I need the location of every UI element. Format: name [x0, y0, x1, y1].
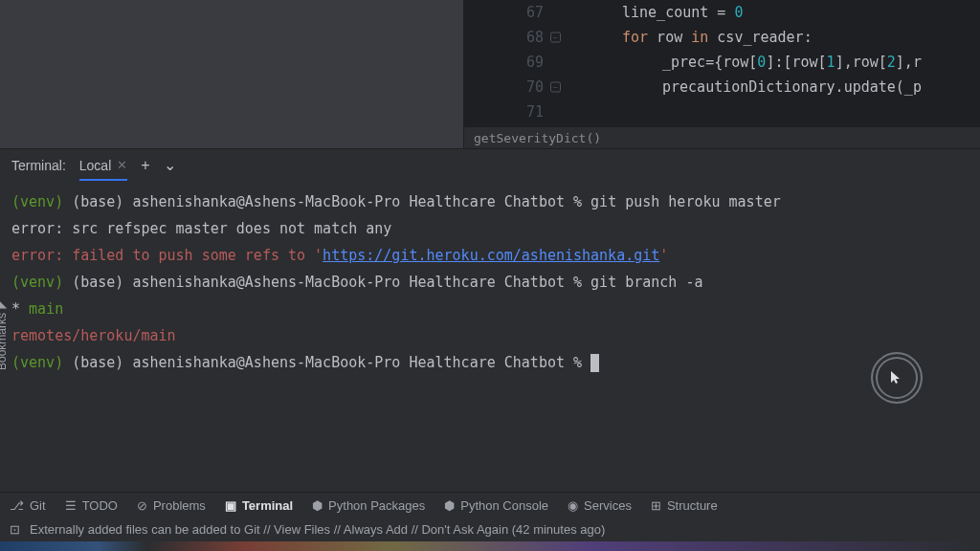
- terminal-line: remotes/heroku/main: [11, 322, 969, 349]
- dock-hint: [0, 541, 980, 551]
- code-lines[interactable]: 67line_count = 068−for row in csv_reader…: [464, 0, 980, 126]
- problems-icon: ⊘: [137, 498, 147, 513]
- toolwindow-tab-python-console[interactable]: ⬢Python Console: [444, 498, 548, 513]
- cursor-indicator: [871, 352, 923, 404]
- terminal-text: (base) ashenishanka@Ashens-MacBook-Pro H…: [72, 274, 702, 291]
- terminal-line: (venv) (base) ashenishanka@Ashens-MacBoo…: [11, 349, 969, 376]
- terminal-text: remotes/heroku/main: [11, 327, 176, 344]
- git-icon: ⎇: [10, 498, 24, 513]
- terminal-text: error: src refspec master does not match…: [11, 220, 391, 237]
- terminal-text: (venv): [11, 193, 72, 210]
- tab-label: Terminal: [242, 498, 293, 513]
- terminal-icon: ▣: [225, 498, 236, 513]
- todo-icon: ☰: [65, 498, 77, 513]
- status-icon[interactable]: ⊡: [10, 522, 20, 537]
- chevron-down-icon[interactable]: ⌄: [164, 156, 176, 174]
- bookmarks-label: Bookmarks: [0, 313, 9, 370]
- tab-label: Structure: [667, 498, 718, 513]
- code-line[interactable]: 67line_count = 0: [464, 0, 980, 25]
- terminal-text: error: failed to push some refs to ': [11, 247, 323, 264]
- terminal-body[interactable]: (venv) (base) ashenishanka@Ashens-MacBoo…: [0, 181, 980, 477]
- python-packages-icon: ⬢: [312, 498, 323, 513]
- terminal-text: (venv): [11, 354, 72, 371]
- terminal-line: * main: [11, 296, 969, 322]
- code-line[interactable]: 71: [464, 99, 980, 124]
- terminal-header: Terminal: Local ✕ + ⌄: [0, 149, 980, 181]
- structure-icon: ⊞: [651, 498, 661, 513]
- terminal-tab-label: Local: [79, 158, 111, 173]
- code-content[interactable]: precautionDictionary.update(_p: [565, 78, 922, 96]
- tab-label: Python Console: [460, 498, 548, 513]
- status-message[interactable]: Externally added files can be added to G…: [30, 522, 605, 537]
- toolwindow-tab-problems[interactable]: ⊘Problems: [137, 498, 206, 513]
- terminal-tab-local[interactable]: Local ✕: [79, 158, 127, 181]
- python-console-icon: ⬢: [444, 498, 455, 513]
- services-icon: ◉: [568, 498, 578, 513]
- fold-icon[interactable]: −: [550, 82, 561, 93]
- terminal-text: main: [29, 300, 63, 318]
- terminal-text: (base) ashenishanka@Ashens-MacBook-Pro H…: [72, 193, 781, 210]
- toolwindow-tab-services[interactable]: ◉Services: [568, 498, 632, 513]
- bookmark-icon: ◣: [0, 296, 7, 309]
- gutter-line-number[interactable]: 67: [464, 4, 565, 21]
- gutter-line-number[interactable]: 71: [464, 103, 565, 121]
- fold-icon[interactable]: −: [550, 33, 561, 43]
- editor-left-panel: [0, 0, 464, 148]
- toolwindow-tab-git[interactable]: ⎇Git: [10, 498, 46, 513]
- toolwindow-tab-terminal[interactable]: ▣Terminal: [225, 498, 293, 513]
- terminal-text: https://git.heroku.com/ashenishanka.git: [323, 247, 659, 264]
- gutter-line-number[interactable]: 69: [464, 54, 565, 71]
- terminal-text: (venv): [11, 274, 72, 291]
- bottom-tool-tabs: ⎇Git☰TODO⊘Problems▣Terminal⬢Python Packa…: [0, 492, 980, 518]
- terminal-cursor: [590, 354, 599, 372]
- editor-right-panel: 67line_count = 068−for row in csv_reader…: [464, 0, 980, 148]
- close-icon[interactable]: ✕: [117, 158, 127, 172]
- tab-label: TODO: [82, 498, 118, 513]
- cursor-arrow-icon: [889, 370, 904, 386]
- toolwindow-tab-python-packages[interactable]: ⬢Python Packages: [312, 498, 425, 513]
- terminal-title: Terminal:: [11, 158, 66, 173]
- editor-area: 67line_count = 068−for row in csv_reader…: [0, 0, 980, 148]
- code-content[interactable]: _prec={row[0]:[row[1],row[2],r: [565, 54, 922, 71]
- tab-label: Services: [584, 498, 632, 513]
- tab-label: Git: [30, 498, 46, 513]
- tab-label: Python Packages: [328, 498, 425, 513]
- terminal-text: *: [11, 300, 29, 318]
- status-bar: ⊡ Externally added files can be added to…: [0, 518, 980, 541]
- toolwindow-tab-todo[interactable]: ☰TODO: [65, 498, 118, 513]
- code-line[interactable]: 68−for row in csv_reader:: [464, 25, 980, 50]
- gutter-line-number[interactable]: 68−: [464, 29, 565, 46]
- tab-label: Problems: [153, 498, 206, 513]
- code-content[interactable]: for row in csv_reader:: [565, 29, 813, 46]
- code-line[interactable]: 69_prec={row[0]:[row[1],row[2],r: [464, 50, 980, 75]
- bookmarks-tool[interactable]: Bookmarks ◣: [0, 298, 9, 370]
- terminal-line: (venv) (base) ashenishanka@Ashens-MacBoo…: [11, 188, 969, 215]
- terminal-line: error: failed to push some refs to 'http…: [11, 242, 969, 269]
- terminal-line: (venv) (base) ashenishanka@Ashens-MacBoo…: [11, 269, 969, 296]
- gutter-line-number[interactable]: 70−: [464, 78, 565, 96]
- toolwindow-tab-structure[interactable]: ⊞Structure: [651, 498, 718, 513]
- add-tab-icon[interactable]: +: [141, 157, 149, 174]
- code-content[interactable]: line_count = 0: [565, 4, 743, 21]
- terminal-text: ': [659, 247, 668, 264]
- breadcrumb[interactable]: getSeverityDict(): [464, 126, 980, 148]
- terminal-text: (base) ashenishanka@Ashens-MacBook-Pro H…: [72, 354, 590, 371]
- code-line[interactable]: 70−precautionDictionary.update(_p: [464, 75, 980, 99]
- terminal-panel: Terminal: Local ✕ + ⌄ (venv) (base) ashe…: [0, 148, 980, 477]
- terminal-line: error: src refspec master does not match…: [11, 215, 969, 242]
